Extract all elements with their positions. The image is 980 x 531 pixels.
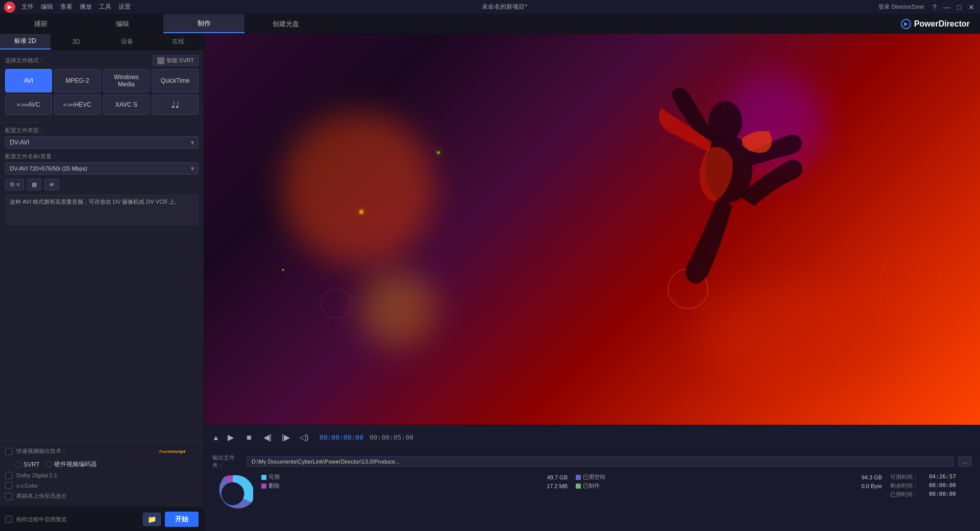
- profile-name-label: 配置文件名称/质量：: [5, 153, 199, 160]
- menu-view[interactable]: 查看: [60, 3, 72, 11]
- format-btn-windows-media[interactable]: Windows Media: [103, 69, 150, 92]
- used-time-label: 已用时间：: [890, 491, 926, 498]
- upload-label: 将副本上传至讯连云: [16, 492, 67, 500]
- format-buttons: AVI MPEG-2 Windows Media QuickTime H.264…: [5, 69, 199, 115]
- more-button[interactable]: ...: [958, 456, 972, 467]
- hardware-encoder-radio[interactable]: 硬件视频编码器: [46, 460, 97, 469]
- config-section: 配置文件类型： DV-AVI ▾ 配置文件名称/质量： DV-AVI 720×5…: [0, 123, 204, 233]
- titlebar-left: ▶ 文件 编辑 查看 播放 工具 设置: [4, 2, 131, 13]
- bottom-options: 快速视频输出技术： TrueVelocity4: [0, 441, 204, 507]
- format-btn-avi[interactable]: AVI: [5, 69, 52, 92]
- used-time-row: 已用时间： 00:00:00: [890, 491, 972, 498]
- svrt-radio[interactable]: SVRT: [15, 460, 40, 469]
- dolby-row: Dolby Digital 5.1: [5, 472, 199, 479]
- marker-icon: ▲: [212, 433, 219, 442]
- produced-dot: [576, 484, 581, 489]
- subtab-3d[interactable]: 3D: [51, 34, 102, 50]
- dolby-label: Dolby Digital 5.1: [16, 472, 57, 478]
- format-label: 选择文件格式： 智能 SVRT: [5, 55, 199, 66]
- upload-checkbox[interactable]: [5, 493, 12, 500]
- menu-play[interactable]: 播放: [80, 3, 92, 11]
- velocity-badge: TrueVelocity4: [158, 445, 199, 457]
- menu-settings[interactable]: 设置: [118, 3, 131, 11]
- profile-type-label: 配置文件类型：: [5, 127, 199, 134]
- available-time-value: 04:26:57: [929, 473, 956, 481]
- hw-radio-btn[interactable]: [46, 462, 52, 468]
- tab-capture[interactable]: 捕获: [0, 14, 82, 33]
- xvcolor-checkbox[interactable]: [5, 482, 12, 489]
- window-title: 未命名的新项目*: [482, 3, 527, 11]
- available-time-row: 可用时间： 04:26:57: [890, 473, 972, 481]
- preview-area: [204, 34, 980, 425]
- format-btn-quicktime[interactable]: QuickTime: [152, 69, 199, 92]
- profile-name-select[interactable]: DV-AVI 720×576/50i (25 Mbps) ▾: [5, 162, 199, 175]
- used-time-value: 00:00:00: [929, 491, 956, 498]
- folder-button[interactable]: 📁: [143, 513, 161, 526]
- menu-tools[interactable]: 工具: [99, 3, 111, 11]
- profile-type-select[interactable]: DV-AVI ▾: [5, 136, 199, 149]
- fast-export-checkbox[interactable]: [5, 448, 12, 455]
- stop-button[interactable]: ■: [242, 430, 256, 445]
- output-path: D:\My Documents\CyberLink\PowerDirector\…: [247, 456, 954, 467]
- menu-file[interactable]: 文件: [21, 3, 34, 11]
- maximize-button[interactable]: □: [954, 3, 964, 12]
- svg-point-3: [222, 482, 244, 505]
- dolby-checkbox[interactable]: [5, 472, 12, 479]
- app-logo: ▶: [4, 2, 15, 13]
- xvcolor-row: x.v.Color: [5, 482, 199, 489]
- format-btn-music[interactable]: ♩♩: [152, 94, 199, 115]
- hw-encoder-label: 硬件视频编码器: [54, 460, 97, 469]
- start-button[interactable]: 开始: [165, 512, 199, 527]
- output-path-row: 输出文件夹： D:\My Documents\CyberLink\PowerDi…: [212, 454, 972, 469]
- titlebar-right: 登录 DirectorZone ? — □ ✕: [878, 3, 976, 12]
- brand-name: ▶ PowerDirector: [901, 14, 980, 33]
- available-dot: [261, 475, 266, 480]
- format-btn-avc[interactable]: H.264AVC: [5, 94, 52, 115]
- remaining-time-label: 剩余时间：: [890, 482, 926, 490]
- legend-deleted: 删除 17.2 MB: [261, 482, 568, 490]
- svrt-radio-btn[interactable]: [15, 462, 21, 468]
- audio-button[interactable]: ◁): [297, 430, 311, 445]
- remaining-time-value: 00:00:00: [929, 482, 956, 490]
- config-preview-btn[interactable]: 👁: [44, 179, 59, 190]
- smart-svrt-icon: [157, 57, 164, 64]
- config-settings-btn[interactable]: ⚙ ≡: [5, 179, 24, 190]
- format-btn-mpeg2[interactable]: MPEG-2: [54, 69, 101, 92]
- brand-icon: ▶: [901, 19, 911, 29]
- subtab-device[interactable]: 设备: [102, 34, 153, 50]
- right-panel: ▲ ▶ ■ ◀| |▶ ◁) 00:00:00:00 00:00:05:00 输…: [204, 34, 980, 531]
- prev-frame-button[interactable]: ◀|: [260, 430, 275, 445]
- available-time-label: 可用时间：: [890, 473, 926, 481]
- titlebar-menu[interactable]: 文件 编辑 查看 播放 工具 设置: [21, 3, 131, 11]
- tab-disc[interactable]: 创建光盘: [245, 14, 327, 33]
- config-grid-btn[interactable]: ▦: [27, 179, 41, 190]
- svrt-radio-group: SVRT 硬件视频编码器: [15, 460, 97, 469]
- director-zone-link[interactable]: 登录 DirectorZone: [878, 3, 924, 11]
- format-btn-hevc[interactable]: H.265HEVC: [54, 94, 101, 115]
- preview-checkbox[interactable]: [5, 516, 12, 523]
- disk-section: 可用 49.7 GB 已用空间 94.3 GB 删除 17.2 MB: [212, 473, 972, 514]
- menu-edit[interactable]: 编辑: [41, 3, 53, 11]
- output-section: 输出文件夹： D:\My Documents\CyberLink\PowerDi…: [204, 449, 980, 531]
- format-btn-xavc-s[interactable]: XAVC S: [103, 94, 150, 115]
- smart-svrt-badge[interactable]: 智能 SVRT: [153, 55, 199, 66]
- content-area: 标准 2D 3D 设备 在线 选择文件格式： 智能 SVRT AVI MPEG-…: [0, 34, 980, 531]
- subtab-online[interactable]: 在线: [153, 34, 204, 50]
- xvcolor-label: x.v.Color: [16, 482, 38, 489]
- titlebar: ▶ 文件 编辑 查看 播放 工具 设置 未命名的新项目* 登录 Director…: [0, 0, 980, 14]
- help-button[interactable]: ?: [930, 3, 939, 12]
- tab-edit[interactable]: 编辑: [82, 14, 163, 33]
- config-description: 这种 AVI 格式拥有高质量音频，可存放在 DV 摄像机或 DV VCR 上。: [5, 195, 199, 225]
- window-controls: ? — □ ✕: [930, 3, 976, 12]
- play-button[interactable]: ▶: [224, 430, 238, 445]
- legend-produced: 已制作 0.0 Byte: [576, 482, 882, 490]
- next-frame-button[interactable]: |▶: [279, 430, 293, 445]
- total-time: 00:00:05:00: [370, 433, 413, 441]
- minimize-button[interactable]: —: [942, 3, 951, 12]
- fast-export-label: 快速视频输出技术：: [16, 447, 67, 455]
- remaining-time-row: 剩余时间： 00:00:00: [890, 482, 972, 490]
- tab-produce[interactable]: 制作: [163, 14, 245, 33]
- close-button[interactable]: ✕: [967, 3, 976, 12]
- left-panel: 标准 2D 3D 设备 在线 选择文件格式： 智能 SVRT AVI MPEG-…: [0, 34, 204, 531]
- subtab-2d[interactable]: 标准 2D: [0, 34, 51, 50]
